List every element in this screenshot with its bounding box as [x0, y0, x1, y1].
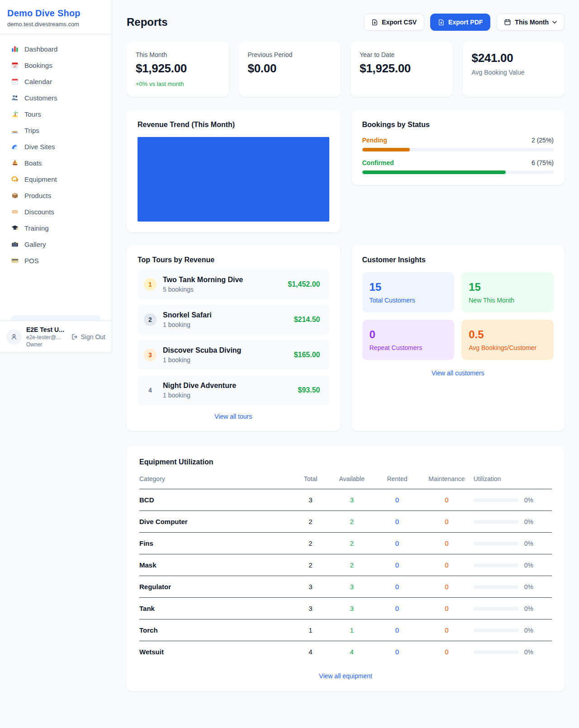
equipment-rented: 0: [375, 533, 420, 554]
user-email: e2e-tester@...: [26, 334, 66, 340]
brand-name[interactable]: Demo Dive Shop: [7, 8, 104, 19]
sign-out-button[interactable]: Sign Out: [71, 333, 105, 340]
stat-value: $1,925.00: [136, 61, 220, 76]
tile-repeat-customers: 0 Repeat Customers: [362, 320, 455, 360]
calendar-icon: [11, 77, 19, 85]
bookings-by-status-card: Bookings by Status Pending 2 (25%) Confi…: [351, 110, 565, 185]
col-rented: Rented: [375, 475, 420, 489]
sidebar-item-reports-partial[interactable]: [11, 315, 101, 321]
tour-name: Discover Scuba Diving: [163, 346, 241, 355]
tile-avg-bookings: 0.5 Avg Bookings/Customer: [461, 320, 554, 360]
tile-label: Avg Bookings/Customer: [469, 344, 546, 351]
user-role: Owner: [26, 341, 66, 348]
sidebar-item-tours[interactable]: Tours: [5, 106, 106, 122]
view-all-customers-link[interactable]: View all customers: [362, 369, 554, 377]
tile-value: 0: [370, 328, 447, 341]
col-category: Category: [139, 475, 292, 489]
utilization-percent: 0%: [524, 540, 533, 547]
status-bar-fill: [362, 148, 410, 151]
trips-icon: [11, 126, 19, 134]
sidebar-item-customers[interactable]: Customers: [5, 90, 106, 106]
sidebar-item-label: Boats: [24, 159, 42, 167]
equipment-maintenance: 0: [420, 641, 474, 663]
equipment-category: Dive Computer: [139, 511, 292, 533]
sidebar-item-gallery[interactable]: Gallery: [5, 236, 106, 252]
rank-badge: 3: [144, 349, 157, 361]
equipment-maintenance: 0: [420, 489, 474, 511]
sidebar-item-label: POS: [24, 257, 39, 265]
equipment-title: Equipment Utilization: [139, 458, 552, 466]
stat-card-year-to-date: Year to Date $1,925.00: [351, 42, 453, 97]
sidebar-item-label: Gallery: [24, 241, 46, 248]
equipment-header-row: Category Total Available Rented Maintena…: [139, 475, 552, 489]
sidebar-item-discounts[interactable]: Discounts: [5, 203, 106, 220]
sidebar-item-boats[interactable]: Boats: [5, 155, 106, 171]
utilization-percent: 0%: [524, 627, 533, 634]
utilization-bar-track: [474, 563, 519, 567]
equipment-maintenance: 0: [420, 619, 474, 641]
revenue-trend-card: Revenue Trend (This Month): [127, 110, 340, 232]
sidebar-item-label: Discounts: [24, 208, 54, 216]
status-row-confirmed: Confirmed 6 (75%): [362, 159, 554, 174]
tile-new-this-month: 15 New This Month: [461, 272, 554, 312]
utilization-bar-track: [474, 542, 519, 545]
user-meta: E2E Test U... e2e-tester@... Owner: [26, 326, 66, 348]
bookings-by-status-title: Bookings by Status: [362, 121, 554, 129]
equipment-maintenance: 0: [420, 511, 474, 533]
equipment-total: 2: [292, 554, 329, 576]
col-available: Available: [329, 475, 375, 489]
utilization-percent: 0%: [524, 605, 533, 612]
equipment-row: Tank 3 3 0 0 0%: [139, 598, 552, 619]
revenue-trend-bar: [138, 137, 329, 222]
equipment-total: 2: [292, 533, 329, 554]
export-pdf-button[interactable]: Export PDF: [430, 14, 490, 31]
file-download-icon: [438, 19, 445, 26]
equipment-total: 1: [292, 619, 329, 641]
equipment-total: 2: [292, 511, 329, 533]
sidebar-item-bookings[interactable]: 17 Bookings: [5, 57, 106, 73]
gallery-icon: [11, 240, 19, 248]
tile-total-customers: 15 Total Customers: [362, 272, 455, 312]
brand-domain: demo.test.divestreams.com: [7, 21, 104, 28]
tour-row: 1 Two Tank Morning Dive 5 bookings $1,45…: [138, 269, 329, 299]
export-csv-button[interactable]: Export CSV: [364, 14, 424, 31]
customer-insights-card: Customer Insights 15 Total Customers 15 …: [351, 245, 565, 431]
equipment-maintenance: 0: [420, 598, 474, 619]
view-all-equipment-link[interactable]: View all equipment: [139, 672, 552, 680]
utilization-percent: 0%: [524, 496, 533, 504]
sidebar-item-label: Trips: [24, 127, 39, 134]
sidebar-item-trips[interactable]: Trips: [5, 122, 106, 138]
equipment-utilization-card: Equipment Utilization Category Total Ava…: [127, 446, 565, 691]
training-icon: [11, 224, 19, 232]
equipment-category: Torch: [139, 619, 292, 641]
sidebar-item-dive-sites[interactable]: Dive Sites: [5, 138, 106, 155]
period-dropdown[interactable]: This Month: [496, 14, 565, 31]
svg-text:17: 17: [14, 65, 17, 68]
status-count: 2 (25%): [532, 137, 554, 144]
status-bar-track: [362, 148, 554, 151]
equipment-row: Dive Computer 2 2 0 0 0%: [139, 511, 552, 533]
sidebar-item-label: Equipment: [24, 175, 57, 183]
equipment-available: 1: [329, 619, 375, 641]
insights-row: Top Tours by Revenue 1 Two Tank Morning …: [127, 245, 565, 431]
sidebar-item-label: Bookings: [24, 61, 52, 69]
sidebar-item-pos[interactable]: POS: [5, 252, 106, 269]
stat-value: $241.00: [472, 51, 556, 65]
sidebar-item-training[interactable]: Training: [5, 220, 106, 236]
sidebar-item-products[interactable]: Products: [5, 187, 106, 203]
status-bar-fill: [362, 170, 506, 174]
stat-value: $0.00: [248, 61, 332, 76]
export-csv-label: Export CSV: [382, 19, 417, 26]
view-all-tours-link[interactable]: View all tours: [138, 413, 329, 420]
sidebar-item-calendar[interactable]: Calendar: [5, 73, 106, 90]
equipment-available: 3: [329, 598, 375, 619]
sidebar-item-dashboard[interactable]: Dashboard: [5, 41, 106, 57]
logout-icon: [71, 333, 78, 340]
insights-grid: 15 Total Customers 15 New This Month 0 R…: [362, 272, 554, 360]
stat-delta: +0% vs last month: [136, 80, 220, 87]
sidebar-item-equipment[interactable]: Equipment: [5, 171, 106, 187]
sidebar-item-label: Products: [24, 192, 51, 199]
status-label: Confirmed: [362, 159, 394, 166]
equipment-rented: 0: [375, 641, 420, 663]
equipment-rented: 0: [375, 598, 420, 619]
